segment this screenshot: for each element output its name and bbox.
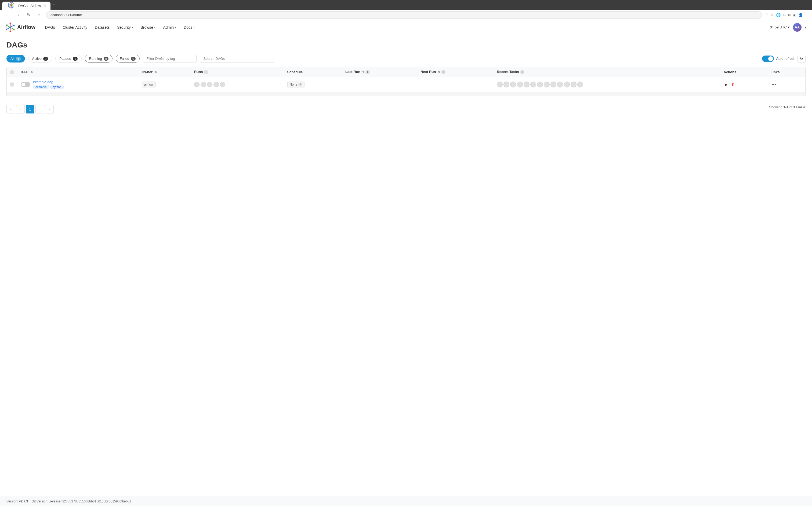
nav-dags[interactable]: DAGs xyxy=(42,23,58,31)
th-owner: Owner ⇅ xyxy=(139,67,191,77)
runs-info-icon[interactable]: i xyxy=(204,70,208,74)
user-avatar[interactable]: AA xyxy=(793,23,802,32)
run-circle-3 xyxy=(207,82,212,87)
avatar-initials: AA xyxy=(795,25,800,29)
top-navigation: Airflow DAGs Cluster Activity Datasets S… xyxy=(0,20,812,34)
git-version-label: Git Version: xyxy=(32,500,48,503)
refresh-button[interactable]: ↻ xyxy=(798,55,806,62)
first-page-button[interactable]: « xyxy=(6,105,15,113)
nav-right: 04:59 UTC ▾ AA ▾ xyxy=(770,23,807,32)
dag-sort-icon[interactable]: ⇅ xyxy=(31,71,33,74)
home-button[interactable]: ⌂ xyxy=(36,11,43,19)
recent-tasks-cell xyxy=(494,77,720,92)
filter-failed-badge: 0 xyxy=(131,57,136,61)
filter-active-label: Active xyxy=(32,57,42,61)
extension1-icon[interactable]: 🌐 xyxy=(776,13,780,17)
dags-table: i DAG ⇅ Owner ⇅ Runs i xyxy=(6,67,806,96)
share-icon[interactable]: ⇧ xyxy=(765,13,768,17)
page-1-button[interactable]: 1 xyxy=(26,105,34,113)
separator-row xyxy=(7,92,805,96)
back-button[interactable]: ← xyxy=(3,11,11,19)
footer: Version: v2.7.3 Git Version: .release:f1… xyxy=(0,496,812,506)
active-tab[interactable]: DAGs - Airflow ✕ xyxy=(2,2,50,10)
tab-favicon xyxy=(6,1,16,10)
task-circle-6 xyxy=(530,81,536,88)
filter-active-button[interactable]: Active 0 xyxy=(28,55,52,62)
filter-active-badge: 0 xyxy=(43,57,48,61)
actions-cell: ▶ 🗑 xyxy=(720,77,767,92)
new-tab-button[interactable]: + xyxy=(53,2,56,8)
dag-tag-python[interactable]: python xyxy=(50,85,64,89)
dag-tag-example[interactable]: example xyxy=(33,85,49,89)
airflow-logo-icon xyxy=(5,22,15,32)
profile-icon[interactable]: 👤 xyxy=(798,13,803,17)
nav-links: DAGs Cluster Activity Datasets Security▾… xyxy=(42,23,770,31)
play-button[interactable]: ▶ xyxy=(724,81,729,88)
next-page-button[interactable]: › xyxy=(36,105,44,113)
recent-tasks-info-icon[interactable]: i xyxy=(520,70,524,74)
th-next-run-label: Next Run xyxy=(420,70,436,74)
window-icon[interactable]: ▣ xyxy=(793,13,796,17)
schedule-badge: None i xyxy=(287,81,305,88)
refresh-icon: ↻ xyxy=(800,57,803,61)
version-value: v2.7.3 xyxy=(19,500,28,503)
bookmark-icon[interactable]: ☆ xyxy=(770,13,774,17)
time-display[interactable]: 04:59 UTC ▾ xyxy=(770,25,790,29)
th-links-label: Links xyxy=(770,70,779,74)
nav-admin[interactable]: Admin▾ xyxy=(160,23,180,31)
recent-tasks-circles xyxy=(497,81,717,88)
tab-close-button[interactable]: ✕ xyxy=(44,4,46,7)
owner-sort-icon[interactable]: ⇅ xyxy=(155,71,157,74)
prev-page-button[interactable]: ‹ xyxy=(16,105,25,113)
filter-running-button[interactable]: Running 0 xyxy=(85,55,112,62)
last-run-info-icon[interactable]: i xyxy=(365,70,370,74)
row-info-icon[interactable]: i xyxy=(10,82,14,87)
browser-nav-bar: ← → ↻ ⌂ localhost:8080/home ⇧ ☆ 🌐 G ⧉ ▣ … xyxy=(0,10,812,20)
task-circle-9 xyxy=(551,81,556,88)
browser-icons: ⇧ ☆ 🌐 G ⧉ ▣ 👤 ⋮ xyxy=(765,13,809,17)
delete-button[interactable]: 🗑 xyxy=(730,81,736,88)
extensions-icon[interactable]: ⧉ xyxy=(788,13,791,17)
extension2-icon[interactable]: G xyxy=(783,13,786,17)
dag-toggle-slider xyxy=(21,82,30,87)
next-run-sort-icon[interactable]: ⇅ xyxy=(438,70,440,73)
nav-datasets[interactable]: Datasets xyxy=(92,23,113,31)
nav-browse[interactable]: Browse▾ xyxy=(138,23,159,31)
auto-refresh-toggle[interactable] xyxy=(762,56,774,62)
table-info-icon[interactable]: i xyxy=(10,70,14,74)
next-run-info-icon[interactable]: i xyxy=(441,70,446,74)
owner-badge: airflow xyxy=(142,81,156,88)
th-runs-label: Runs xyxy=(194,70,203,74)
dag-toggle[interactable] xyxy=(21,82,30,87)
dag-name-link[interactable]: example-dag xyxy=(33,80,53,84)
more-links-button[interactable]: ••• xyxy=(770,81,777,88)
filter-all-button[interactable]: All 1 xyxy=(6,55,25,62)
search-input[interactable] xyxy=(200,55,275,62)
schedule-info-icon[interactable]: i xyxy=(298,82,302,87)
svg-point-9 xyxy=(10,22,11,24)
task-circle-13 xyxy=(577,81,583,88)
th-actions-label: Actions xyxy=(724,70,737,74)
main-content: DAGs All 1 Active 0 Paused 1 Running 0 F… xyxy=(0,34,812,496)
runs-cell xyxy=(191,77,284,92)
nav-cluster-activity[interactable]: Cluster Activity xyxy=(59,23,91,31)
nav-docs[interactable]: Docs▾ xyxy=(181,23,198,31)
last-page-button[interactable]: » xyxy=(45,105,54,113)
reload-button[interactable]: ↻ xyxy=(25,11,32,19)
url-display: localhost:8080/home xyxy=(50,13,82,17)
user-menu-caret[interactable]: ▾ xyxy=(805,25,807,30)
menu-icon[interactable]: ⋮ xyxy=(805,13,809,17)
task-circle-1 xyxy=(497,81,503,88)
tag-filter-input[interactable] xyxy=(143,55,197,62)
address-bar[interactable]: localhost:8080/home xyxy=(46,11,762,19)
nav-security[interactable]: Security▾ xyxy=(114,23,137,31)
task-circle-11 xyxy=(564,81,570,88)
app: Airflow DAGs Cluster Activity Datasets S… xyxy=(0,20,812,506)
filter-paused-badge: 1 xyxy=(73,57,78,61)
filter-paused-button[interactable]: Paused 1 xyxy=(55,55,82,62)
th-recent-tasks: Recent Tasks i xyxy=(494,67,720,77)
last-run-cell xyxy=(342,77,417,92)
filter-failed-button[interactable]: Failed 0 xyxy=(116,55,140,62)
forward-button[interactable]: → xyxy=(14,11,21,19)
last-run-sort-icon[interactable]: ⇅ xyxy=(362,70,364,73)
